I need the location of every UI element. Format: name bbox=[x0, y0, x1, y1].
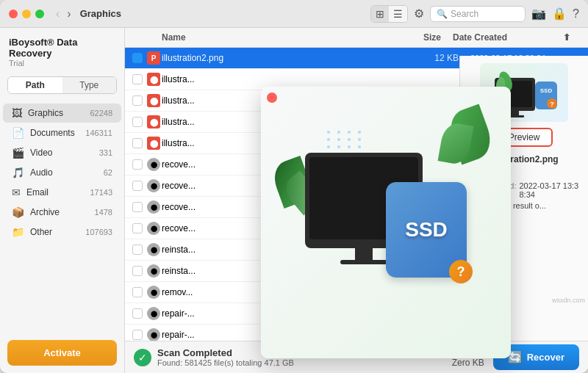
sidebar-item-label: Archive bbox=[30, 207, 95, 217]
search-bar[interactable]: 🔍 Search bbox=[430, 6, 526, 22]
file-type-icon: ⬤ bbox=[147, 243, 160, 256]
titlebar: ‹ › Graphics ⊞ ☰ ⚙ 🔍 Search 📷 🔒 ? bbox=[0, 0, 588, 28]
activate-button[interactable]: Activate bbox=[7, 340, 117, 366]
sidebar-item-label: Video bbox=[30, 148, 99, 158]
sidebar-item-audio[interactable]: 🎵 Audio 62 bbox=[3, 163, 121, 182]
header-name: Name bbox=[162, 32, 394, 43]
sidebar-header: iBoysoft® Data Recovery Trial bbox=[0, 28, 124, 70]
monitor-stand bbox=[355, 247, 373, 261]
file-type-icon: ⬤ bbox=[147, 115, 160, 128]
minimize-button[interactable] bbox=[22, 10, 31, 18]
audio-icon: 🎵 bbox=[12, 167, 24, 178]
scan-detail-text: Found: 581425 file(s) totaling 47.1 GB bbox=[157, 358, 294, 367]
tab-path[interactable]: Path bbox=[8, 77, 62, 93]
archive-icon: 📦 bbox=[12, 206, 24, 218]
sidebar-item-video[interactable]: 🎬 Video 331 bbox=[3, 143, 121, 162]
file-checkbox[interactable] bbox=[132, 287, 143, 297]
image-preview-popup: SSD ? bbox=[261, 87, 511, 358]
file-checkbox[interactable] bbox=[132, 202, 143, 212]
file-type-icon: ⬤ bbox=[147, 158, 160, 171]
help-button[interactable]: ? bbox=[573, 7, 579, 21]
file-checkbox[interactable] bbox=[132, 159, 143, 170]
sidebar-item-documents[interactable]: 📄 Documents 146311 bbox=[3, 123, 121, 142]
svg-text:SSD: SSD bbox=[540, 87, 553, 94]
file-type-icon: ⬤ bbox=[147, 73, 160, 86]
tab-type[interactable]: Type bbox=[62, 77, 117, 93]
sidebar-item-count: 62248 bbox=[90, 109, 112, 117]
recover-label: Recover bbox=[527, 352, 564, 363]
close-button[interactable] bbox=[9, 10, 18, 18]
file-checkbox[interactable] bbox=[132, 138, 143, 148]
lock-button[interactable]: 🔒 bbox=[552, 7, 567, 21]
dot-pattern bbox=[327, 131, 364, 148]
camera-button[interactable]: 📷 bbox=[531, 7, 546, 21]
file-checkbox[interactable] bbox=[132, 53, 143, 63]
file-checkbox[interactable] bbox=[132, 181, 143, 191]
main-layout: iBoysoft® Data Recovery Trial Path Type … bbox=[0, 28, 588, 373]
file-checkbox[interactable] bbox=[132, 330, 143, 340]
file-checkbox[interactable] bbox=[132, 223, 143, 233]
grid-view-button[interactable]: ⊞ bbox=[371, 6, 389, 22]
file-checkbox[interactable] bbox=[132, 117, 143, 127]
other-icon: 📁 bbox=[12, 226, 24, 238]
scan-complete-icon: ✓ bbox=[134, 349, 151, 366]
selected-size: Zero KB bbox=[418, 358, 484, 368]
file-checkbox[interactable] bbox=[132, 266, 143, 276]
svg-rect-2 bbox=[511, 111, 519, 116]
sidebar-item-email[interactable]: ✉ Email 17143 bbox=[3, 183, 121, 202]
sidebar-item-count: 62 bbox=[104, 168, 112, 177]
file-type-icon: ⬤ bbox=[147, 222, 160, 235]
ssd-text: SSD bbox=[405, 218, 448, 242]
list-view-button[interactable]: ☰ bbox=[389, 6, 407, 22]
maximize-button[interactable] bbox=[35, 10, 44, 18]
filter-button[interactable]: ⚙ bbox=[414, 7, 424, 21]
file-name: illustra... bbox=[162, 74, 412, 84]
sidebar-item-other[interactable]: 📁 Other 107693 bbox=[3, 222, 121, 242]
sidebar-item-count: 331 bbox=[99, 148, 112, 157]
sidebar-item-count: 146311 bbox=[85, 128, 112, 137]
sidebar-item-label: Other bbox=[30, 227, 85, 237]
sidebar-item-label: Audio bbox=[30, 167, 104, 178]
popup-illustration: SSD ? bbox=[261, 87, 511, 358]
sidebar-item-count: 107693 bbox=[85, 228, 112, 236]
date-value: 2022-03-17 13:38:34 bbox=[519, 181, 582, 199]
file-type-icon: ⬤ bbox=[147, 264, 160, 278]
popup-close-button[interactable] bbox=[267, 93, 277, 103]
header-date: Date Created bbox=[453, 32, 563, 43]
file-type-icon: ⬤ bbox=[147, 179, 160, 192]
file-checkbox[interactable] bbox=[132, 74, 143, 84]
file-checkbox[interactable] bbox=[132, 308, 143, 319]
file-type-icon: ⬤ bbox=[147, 94, 160, 107]
sidebar-item-count: 1478 bbox=[95, 208, 112, 217]
sidebar-item-count: 17143 bbox=[90, 188, 112, 197]
view-toggle: ⊞ ☰ bbox=[370, 5, 408, 23]
video-icon: 🎬 bbox=[12, 147, 24, 159]
back-button[interactable]: ‹ bbox=[53, 7, 62, 21]
sidebar-item-label: Email bbox=[26, 187, 90, 198]
titlebar-title: Graphics bbox=[80, 8, 370, 19]
ssd-illustration: SSD ? bbox=[386, 182, 467, 278]
sidebar-item-graphics[interactable]: 🖼 Graphics 62248 bbox=[3, 104, 121, 123]
ssd-label: SSD bbox=[405, 218, 448, 242]
documents-icon: 📄 bbox=[12, 127, 24, 139]
file-checkbox[interactable] bbox=[132, 245, 143, 255]
sidebar-item-archive[interactable]: 📦 Archive 1478 bbox=[3, 203, 121, 222]
file-name: illustration2.png bbox=[162, 53, 412, 63]
search-icon: 🔍 bbox=[437, 9, 448, 19]
sidebar-items: 🖼 Graphics 62248 📄 Documents 146311 🎬 Vi… bbox=[0, 100, 124, 333]
graphics-icon: 🖼 bbox=[12, 107, 22, 119]
svg-text:?: ? bbox=[550, 101, 554, 108]
file-type-icon: ⬤ bbox=[147, 328, 160, 341]
file-type-icon: ⬤ bbox=[147, 137, 160, 150]
sidebar-item-label: Graphics bbox=[28, 108, 90, 118]
email-icon: ✉ bbox=[12, 186, 21, 198]
header-restore: ⬆ bbox=[563, 32, 581, 43]
forward-button[interactable]: › bbox=[64, 7, 74, 21]
header-size: Size bbox=[394, 32, 453, 43]
app-name: iBoysoft® Data Recovery bbox=[9, 37, 115, 59]
app-trial: Trial bbox=[9, 59, 115, 68]
file-checkbox[interactable] bbox=[132, 95, 143, 106]
traffic-lights bbox=[9, 10, 44, 18]
watermark: wsxdn.com bbox=[552, 297, 585, 304]
titlebar-right: ⊞ ☰ ⚙ 🔍 Search 📷 🔒 ? bbox=[370, 5, 579, 23]
